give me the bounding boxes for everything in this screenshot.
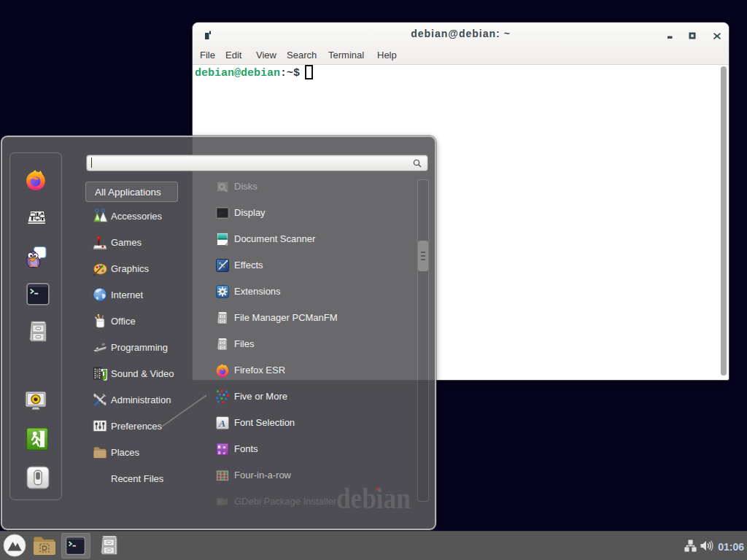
- svg-text:a: a: [217, 450, 220, 455]
- svg-text:a: a: [217, 444, 220, 449]
- svg-text:a: a: [222, 450, 225, 456]
- svg-text:A: A: [218, 418, 225, 429]
